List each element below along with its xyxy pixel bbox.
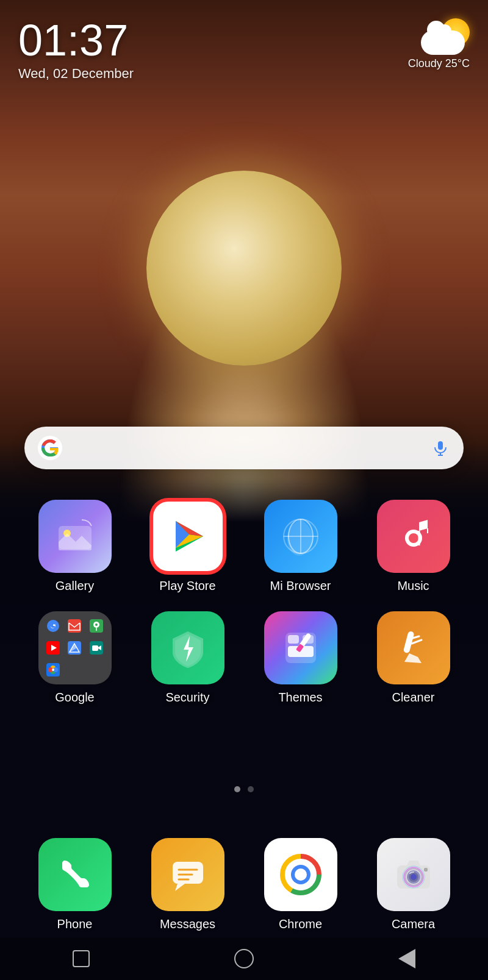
cloud-icon: [421, 30, 465, 55]
playstore-icon-wrapper: [151, 500, 224, 573]
chrome-icon: [276, 850, 325, 899]
google-logo: [37, 435, 63, 461]
phone-icon-wrapper: [38, 838, 112, 911]
folder-mini-google: [43, 616, 63, 636]
gallery-icon: [54, 515, 96, 558]
app-grid: Gallery Play Store: [0, 500, 488, 723]
page-indicators: [234, 786, 254, 792]
camera-icon: [392, 853, 435, 896]
themes-label: Themes: [278, 691, 322, 705]
mibrowser-label: Mi Browser: [270, 579, 331, 593]
page-dot-2: [248, 786, 254, 792]
messages-label: Messages: [160, 917, 215, 931]
svg-point-21: [95, 623, 98, 626]
security-label: Security: [165, 691, 209, 705]
app-cleaner[interactable]: Cleaner: [365, 611, 462, 705]
status-bar: 01:37 Wed, 02 December Cloudy 25°C: [0, 0, 488, 82]
cleaner-icon: [392, 627, 435, 669]
cleaner-label: Cleaner: [392, 691, 434, 705]
dock-camera[interactable]: Camera: [365, 838, 462, 931]
svg-rect-46: [173, 862, 203, 884]
page-dot-1: [234, 786, 240, 792]
weather-text: Cloudy 25°C: [408, 57, 470, 70]
weather-icon: [421, 18, 470, 55]
app-row-2: Google Security: [18, 611, 470, 705]
svg-rect-1: [438, 441, 443, 450]
dock-phone[interactable]: Phone: [26, 838, 124, 931]
security-icon-wrapper: [151, 611, 224, 684]
music-icon-wrapper: [377, 500, 450, 573]
nav-home-button[interactable]: [234, 949, 254, 968]
camera-label: Camera: [392, 917, 435, 931]
nav-recents-icon: [73, 950, 90, 967]
bottom-dock: Phone Messages: [0, 838, 488, 931]
messages-icon: [167, 853, 209, 896]
svg-rect-43: [403, 631, 414, 653]
music-label: Music: [397, 579, 429, 593]
playstore-icon: [163, 512, 212, 561]
chrome-label: Chrome: [279, 917, 322, 931]
gallery-label: Gallery: [56, 579, 94, 593]
svg-point-15: [409, 533, 418, 543]
folder-mini-meet: [87, 638, 107, 658]
camera-icon-wrapper: [377, 838, 450, 911]
chrome-icon-wrapper: [264, 838, 337, 911]
app-music[interactable]: Music: [365, 500, 462, 593]
weather-block: Cloudy 25°C: [408, 18, 470, 70]
search-input[interactable]: [63, 427, 429, 469]
app-mibrowser[interactable]: Mi Browser: [252, 500, 350, 593]
security-icon: [167, 627, 209, 669]
nav-back-button[interactable]: [398, 949, 415, 968]
svg-marker-47: [175, 884, 185, 891]
date-display: Wed, 02 December: [18, 66, 134, 82]
folder-mini-photos: [43, 659, 63, 680]
svg-point-53: [295, 868, 307, 881]
dock-chrome[interactable]: Chrome: [252, 838, 350, 931]
nav-bar: [0, 937, 488, 980]
svg-rect-28: [92, 645, 98, 651]
nav-recents-button[interactable]: [73, 950, 90, 967]
music-icon: [392, 515, 435, 558]
messages-icon-wrapper: [151, 838, 224, 911]
gallery-icon-wrapper: [38, 500, 112, 573]
svg-rect-59: [424, 868, 428, 872]
moon-decoration: [146, 171, 342, 366]
mic-icon[interactable]: [429, 437, 451, 459]
phone-label: Phone: [57, 917, 93, 931]
mibrowser-icon: [276, 512, 325, 561]
folder-mini-gmail: [65, 616, 85, 636]
nav-back-icon: [398, 949, 415, 968]
time-display: 01:37: [18, 18, 134, 62]
themes-icon-wrapper: [264, 611, 337, 684]
dock-messages[interactable]: Messages: [139, 838, 237, 931]
playstore-label: Play Store: [159, 579, 215, 593]
svg-point-58: [411, 874, 417, 880]
nav-home-icon: [234, 949, 254, 968]
app-themes[interactable]: Themes: [252, 611, 350, 705]
folder-mini-youtube: [43, 638, 63, 658]
google-icon-wrapper: [38, 611, 112, 684]
svg-point-35: [52, 669, 54, 671]
app-row-1: Gallery Play Store: [18, 500, 470, 593]
app-gallery[interactable]: Gallery: [26, 500, 124, 593]
svg-line-45: [412, 640, 422, 644]
google-folder-grid: [38, 611, 112, 684]
google-label: Google: [55, 691, 95, 705]
phone-icon: [54, 853, 96, 896]
folder-mini-maps: [87, 616, 107, 636]
themes-icon: [279, 627, 322, 669]
app-security[interactable]: Security: [139, 611, 237, 705]
cleaner-icon-wrapper: [377, 611, 450, 684]
search-bar[interactable]: [24, 427, 464, 469]
folder-mini-drive: [65, 638, 85, 658]
svg-rect-39: [288, 635, 299, 644]
time-block: 01:37 Wed, 02 December: [18, 18, 134, 82]
mibrowser-icon-wrapper: [264, 500, 337, 573]
app-google[interactable]: Google: [26, 611, 124, 705]
app-playstore[interactable]: Play Store: [139, 500, 237, 593]
